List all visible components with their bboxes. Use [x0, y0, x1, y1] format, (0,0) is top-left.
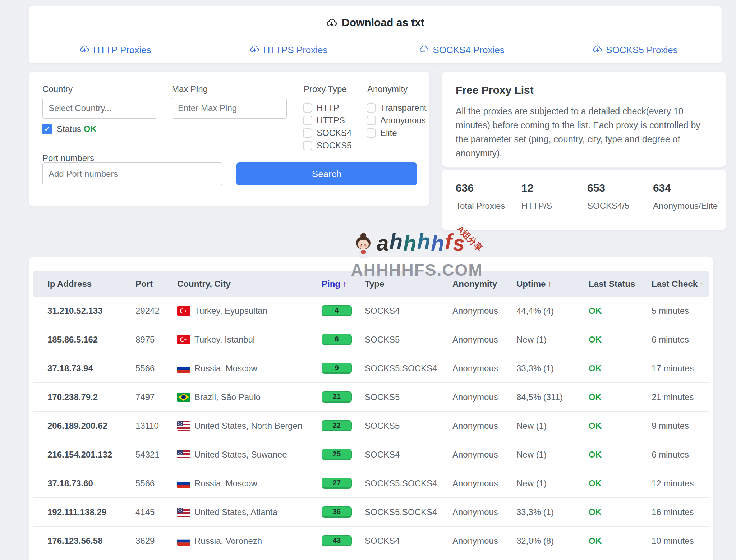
country-city-label: Turkey, Istanbul: [194, 335, 255, 345]
stat-label: Anonymous/Elite: [653, 200, 719, 212]
stat-value: 634: [653, 182, 719, 194]
watermark: ahhhhfs A姐分享 AHHHHFS.COM: [345, 229, 489, 280]
country-city-label: Russia, Moscow: [194, 363, 257, 373]
column-header-last-status: Last Status: [589, 279, 652, 289]
stat-label: SOCKS4/5: [587, 200, 653, 212]
unchecked-checkbox-icon: [367, 116, 376, 125]
stat-value: 636: [456, 182, 521, 194]
download-link-label: HTTP Proxies: [93, 45, 151, 56]
checkbox-transparent[interactable]: Transparent: [367, 103, 427, 113]
anonymity-cell: Anonymous: [452, 478, 516, 488]
anonymity-label: Anonymity: [367, 84, 408, 94]
last-status-cell: OK: [589, 507, 652, 517]
status-label: Status OK: [57, 124, 97, 134]
info-description: All the proxies are subjected to a detai…: [456, 104, 712, 160]
uptime-cell: 84,5% (311): [516, 392, 589, 402]
cloud-download-icon: [249, 44, 259, 56]
last-check-cell: 5 minutes: [652, 306, 705, 316]
type-cell: SOCKS5: [365, 392, 452, 402]
column-header-port: Port: [135, 279, 177, 289]
checkbox-http[interactable]: HTTP: [303, 103, 339, 113]
stats-panel: 636Total Proxies12HTTP/S653SOCKS4/5634An…: [442, 170, 726, 230]
ping-cell: 25: [322, 449, 365, 460]
country-select[interactable]: [42, 98, 157, 119]
type-cell: SOCKS5: [365, 421, 452, 431]
anonymity-cell: Anonymous: [452, 507, 516, 517]
ip-address-cell: 185.86.5.162: [47, 335, 135, 345]
uptime-cell: New (1): [516, 450, 589, 460]
last-status-cell: OK: [589, 450, 652, 460]
last-check-cell: 17 minutes: [652, 363, 705, 373]
checkbox-anonymous[interactable]: Anonymous: [367, 115, 426, 125]
last-status-cell: OK: [589, 536, 652, 546]
table-body: 31.210.52.13329242Turkey, Eyüpsultan4SOC…: [33, 297, 709, 555]
download-link-label: SOCKS4 Proxies: [433, 45, 504, 56]
filter-panel: Country Max Ping Proxy Type HTTPHTTPSSOC…: [29, 72, 429, 206]
column-header-ping[interactable]: Ping↑: [322, 279, 365, 289]
country-city-cell: Russia, Voronezh: [177, 536, 322, 546]
checkbox-https[interactable]: HTTPS: [303, 115, 345, 125]
download-link-https-proxies[interactable]: HTTPS Proxies: [202, 44, 375, 56]
column-header-label: Type: [365, 279, 384, 289]
column-header-label: Ping: [322, 279, 340, 289]
stat-total-proxies: 636Total Proxies: [456, 182, 521, 212]
country-city-cell: Brazil, São Paulo: [177, 392, 322, 402]
br-flag-icon: [177, 393, 190, 402]
last-status-cell: OK: [589, 306, 652, 316]
uptime-cell: New (1): [516, 421, 589, 431]
port-cell: 13110: [135, 421, 177, 431]
last-status-cell: OK: [589, 478, 652, 488]
ahhhhfs-logo: ahhhhfs: [377, 230, 465, 255]
last-check-cell: 16 minutes: [652, 507, 705, 517]
port-cell: 7497: [135, 392, 177, 402]
anonymity-cell: Anonymous: [452, 363, 516, 373]
last-check-cell: 12 minutes: [652, 478, 705, 488]
last-check-cell: 6 minutes: [652, 450, 705, 460]
ip-address-cell: 192.111.138.29: [47, 507, 135, 517]
anonymity-cell: Anonymous: [452, 335, 516, 345]
download-link-http-proxies[interactable]: HTTP Proxies: [29, 44, 202, 56]
column-header-uptime[interactable]: Uptime↑: [516, 279, 589, 289]
checkbox-label: Anonymous: [380, 115, 426, 125]
sort-arrow-icon: ↑: [548, 279, 552, 289]
type-cell: SOCKS5,SOCKS4: [365, 478, 452, 488]
column-header-label: Uptime: [516, 279, 546, 289]
max-ping-input[interactable]: [172, 98, 287, 119]
download-as-txt-button[interactable]: Download as txt: [29, 6, 722, 29]
type-cell: SOCKS5,SOCKS4: [365, 363, 452, 373]
cloud-download-icon: [326, 17, 337, 28]
checkbox-socks4[interactable]: SOCKS4: [303, 128, 351, 138]
ru-flag-icon: [177, 364, 190, 373]
column-header-last-check[interactable]: Last Check↑: [652, 279, 705, 289]
proxy-type-label: Proxy Type: [304, 84, 347, 94]
country-city-label: Brazil, São Paulo: [194, 392, 261, 402]
ping-badge: 4: [322, 305, 352, 316]
country-city-label: Russia, Moscow: [194, 478, 257, 488]
column-header-label: Port: [135, 279, 153, 289]
cloud-download-icon: [79, 44, 89, 56]
download-link-socks5-proxies[interactable]: SOCKS5 Proxies: [548, 44, 722, 56]
table-row: 37.18.73.605566Russia, Moscow27SOCKS5,SO…: [33, 469, 709, 498]
search-button[interactable]: Search: [236, 162, 417, 185]
country-city-cell: United States, North Bergen: [177, 421, 322, 431]
port-numbers-input[interactable]: [42, 162, 222, 185]
logo-letter: h: [431, 231, 445, 256]
proxy-table: Ip AddressPortCountry, CityPing↑TypeAnon…: [29, 257, 713, 560]
table-row: 176.123.56.583629Russia, Voronezh43SOCKS…: [33, 527, 709, 555]
stat-label: Total Proxies: [456, 200, 521, 212]
anonymity-cell: Anonymous: [452, 450, 516, 460]
status-ok-value: OK: [84, 124, 97, 134]
checkbox-label: Elite: [380, 128, 397, 138]
last-status-cell: OK: [589, 363, 652, 373]
checkbox-socks5[interactable]: SOCKS5: [303, 141, 351, 151]
ip-address-cell: 31.210.52.133: [47, 306, 135, 316]
port-numbers-label: Port numbers: [42, 153, 94, 163]
checkbox-elite[interactable]: Elite: [367, 128, 397, 138]
status-ok-checkbox[interactable]: ✓ Status OK: [42, 124, 97, 134]
download-link-socks4-proxies[interactable]: SOCKS4 Proxies: [375, 44, 548, 56]
country-city-label: Turkey, Eyüpsultan: [194, 306, 267, 316]
uptime-cell: New (1): [516, 335, 589, 345]
country-city-label: Russia, Voronezh: [194, 536, 262, 546]
ip-address-cell: 206.189.200.62: [47, 421, 135, 431]
ping-cell: 4: [322, 305, 365, 316]
